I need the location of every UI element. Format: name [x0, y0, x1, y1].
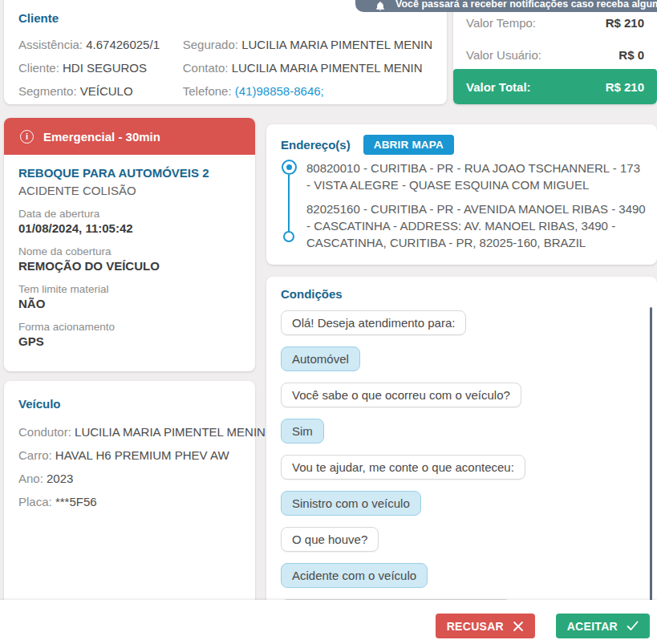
- origin-address: 80820010 - CURITIBA - PR - RUA JOAO TSCH…: [306, 160, 647, 193]
- field-label: Assistência:: [18, 38, 83, 51]
- conditions-card: Condições Olá! Deseja atendimento para: …: [266, 277, 657, 644]
- chat-bubble-question: Vou te ajudar, me conte o que aconteceu:: [281, 455, 525, 480]
- x-icon: [513, 621, 524, 632]
- field-value: HAVAL H6 PREMIUM PHEV AW: [55, 448, 229, 462]
- price-total-bar: Valor Total: R$ 210: [453, 69, 657, 104]
- field-value: LUCILIA MARIA PIMENTEL MENIN: [241, 38, 432, 51]
- field-label: Telefone:: [183, 84, 232, 98]
- field-value: LUCILIA MARIA PIMENTEL MENIN: [232, 61, 423, 75]
- action-bar: RECUSAR ACEITAR: [0, 600, 657, 644]
- field-label: Contato:: [183, 61, 229, 75]
- group-value: NÃO: [18, 297, 241, 310]
- address-card: Endereço(s) ABRIR MAPA 80820010 - CURITI…: [266, 124, 657, 265]
- check-icon: [627, 621, 639, 631]
- conditions-card-title: Condições: [281, 287, 643, 301]
- coverage-name-group: Nome da cobertura REMOÇÃO DO VEÍCULO: [18, 245, 241, 273]
- group-value: 01/08/2024, 11:05:42: [18, 221, 241, 235]
- info-icon: i: [20, 130, 34, 144]
- contact-field: Contato: LUCILIA MARIA PIMENTEL MENIN: [183, 56, 432, 79]
- insured-field: Segurado: LUCILIA MARIA PIMENTEL MENIN: [183, 33, 432, 56]
- client-name-field: Cliente: HDI SEGUROS: [18, 56, 183, 79]
- accept-button[interactable]: ACEITAR: [556, 614, 650, 638]
- chat-transcript: Olá! Deseja atendimento para: Automóvel …: [281, 310, 643, 624]
- client-card-title: Cliente: [18, 11, 432, 25]
- group-value: REMOÇÃO DO VEÍCULO: [18, 259, 241, 273]
- field-label: Segmento:: [18, 84, 77, 98]
- field-value: LUCILIA MARIA PIMENTEL MENIN: [75, 425, 266, 439]
- chat-bubble-question: Olá! Deseja atendimento para:: [281, 310, 466, 335]
- group-label: Forma acionamento: [18, 321, 241, 333]
- group-label: Tem limite material: [18, 283, 241, 295]
- field-label: Cliente:: [18, 61, 59, 75]
- driver-field: Condutor: LUCILIA MARIA PIMENTEL MENIN: [18, 420, 241, 444]
- field-label: Ano:: [18, 472, 43, 485]
- car-field: Carro: HAVAL H6 PREMIUM PHEV AW: [18, 444, 241, 467]
- chat-bubble-answer: Acidente com o veículo: [281, 563, 428, 588]
- chat-bubble-answer: Sinistro com o veículo: [281, 491, 421, 516]
- plate-field: Placa: ***5F56: [18, 490, 241, 513]
- route-destination-icon: [283, 231, 294, 242]
- group-value: GPS: [18, 334, 241, 348]
- urgency-label: Emergencial - 30min: [43, 130, 160, 144]
- chat-bubble-question: O que houve?: [281, 527, 379, 552]
- price-total-label: Valor Total:: [466, 80, 531, 94]
- field-label: Placa:: [18, 495, 52, 508]
- trigger-method-group: Forma acionamento GPS: [18, 321, 241, 348]
- field-value: VEÍCULO: [80, 84, 133, 98]
- service-type: ACIDENTE COLISÃO: [18, 184, 241, 197]
- price-card: Valor Tempo: R$ 210 Valor Usuário: R$ 0 …: [453, 0, 657, 104]
- assistance-number-field: Assistência: 4.67426025/1: [18, 33, 183, 56]
- phone-field: Telefone: (41)98858-8646;: [183, 79, 432, 103]
- service-card: i Emergencial - 30min REBOQUE PARA AUTOM…: [4, 118, 255, 371]
- notification-toast: Você passará a receber notificações caso…: [355, 0, 657, 12]
- price-time-row: Valor Tempo: R$ 210: [466, 16, 644, 48]
- chat-bubble-answer: Sim: [281, 419, 324, 444]
- field-label: Carro:: [18, 448, 52, 462]
- service-urgency-header: i Emergencial - 30min: [4, 118, 255, 155]
- group-label: Data de abertura: [18, 208, 241, 220]
- phone-link[interactable]: (41)98858-8646;: [235, 84, 324, 98]
- route-origin-icon: [282, 160, 297, 175]
- decline-button-label: RECUSAR: [447, 620, 504, 633]
- client-card: Cliente Assistência: 4.67426025/1 Client…: [4, 0, 447, 104]
- field-value: ***5F56: [55, 495, 97, 508]
- group-label: Nome da cobertura: [18, 245, 241, 257]
- opening-date-group: Data de abertura 01/08/2024, 11:05:42: [18, 208, 241, 235]
- decline-button[interactable]: RECUSAR: [436, 614, 535, 638]
- service-name: REBOQUE PARA AUTOMÓVEIS 2: [18, 166, 241, 180]
- field-value: 4.67426025/1: [86, 38, 160, 51]
- field-value: 2023: [47, 472, 73, 485]
- chat-scrollbar[interactable]: [650, 307, 652, 602]
- field-label: Condutor:: [18, 425, 71, 439]
- assistance-dispatch-screen: Cliente Assistência: 4.67426025/1 Client…: [0, 0, 657, 644]
- accept-button-label: ACEITAR: [567, 620, 618, 633]
- chat-bubble-answer: Automóvel: [281, 346, 360, 371]
- bell-icon: [375, 1, 385, 11]
- price-value: R$ 210: [606, 16, 644, 48]
- destination-address: 82025160 - CURITIBA - PR - AVENIDA MANOE…: [306, 200, 647, 251]
- material-limit-group: Tem limite material NÃO: [18, 283, 241, 310]
- price-label: Valor Tempo:: [466, 16, 536, 48]
- vehicle-card-title: Veículo: [18, 397, 241, 411]
- chat-bubble-question: Você sabe o que ocorreu com o veículo?: [281, 383, 521, 407]
- open-map-button[interactable]: ABRIR MAPA: [363, 135, 454, 155]
- year-field: Ano: 2023: [18, 467, 241, 490]
- address-card-title: Endereço(s): [281, 138, 351, 152]
- field-label: Segurado:: [183, 38, 238, 51]
- price-total-value: R$ 210: [606, 80, 644, 94]
- segment-field: Segmento: VEÍCULO: [18, 79, 183, 103]
- toast-message: Você passará a receber notificações caso…: [395, 0, 657, 10]
- field-value: HDI SEGUROS: [63, 61, 147, 75]
- route-line: [288, 175, 290, 232]
